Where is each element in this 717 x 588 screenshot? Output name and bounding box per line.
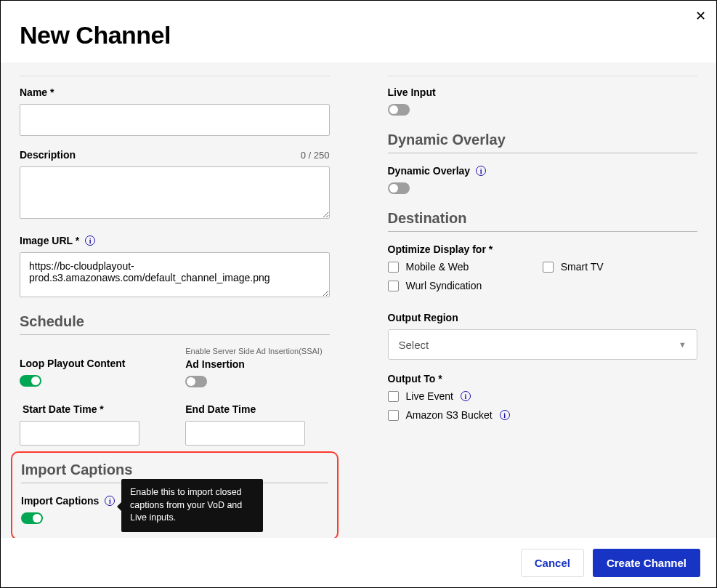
import-captions-highlight: Import Captions Import Captions i Enable…	[11, 451, 339, 540]
checkbox-icon	[388, 281, 399, 291]
loop-playout-toggle[interactable]	[20, 375, 41, 387]
description-field-group: Description 0 / 250	[20, 149, 330, 222]
info-icon[interactable]: i	[476, 166, 486, 176]
optimize-smarttv-option[interactable]: Smart TV	[543, 261, 697, 273]
checkbox-icon	[388, 410, 399, 421]
import-captions-label: Import Captions	[21, 495, 99, 507]
create-channel-button[interactable]: Create Channel	[593, 549, 700, 577]
modal-footer: Cancel Create Channel	[1, 538, 716, 587]
image-url-label: Image URL * i	[20, 235, 330, 246]
output-region-group: Output Region Select ▼	[388, 312, 698, 360]
dynamic-overlay-group: Dynamic Overlay i	[388, 165, 698, 197]
ssai-helper-text: Enable Server Side Ad Insertion(SSAI)	[185, 347, 329, 355]
modal-title: New Channel	[20, 21, 697, 49]
optimize-label: Optimize Display for *	[388, 243, 698, 255]
live-input-toggle[interactable]	[388, 104, 410, 116]
destination-heading: Destination	[388, 210, 698, 227]
modal-body: Name * Description 0 / 250 Image URL * i…	[1, 63, 716, 540]
import-captions-toggle[interactable]	[21, 512, 43, 524]
checkbox-icon	[388, 262, 399, 273]
import-captions-tooltip: Enable this to import closed captions fr…	[121, 479, 263, 532]
end-date-group: End Date Time	[185, 403, 329, 446]
divider	[388, 231, 698, 232]
start-date-group: Start Date Time *	[20, 403, 163, 446]
name-input[interactable]	[20, 104, 330, 136]
output-live-event-option[interactable]: Live Event i	[388, 390, 698, 402]
optimize-wurl-option[interactable]: Wurl Syndication	[388, 280, 543, 291]
description-counter: 0 / 250	[301, 150, 330, 161]
info-icon[interactable]: i	[500, 410, 510, 420]
info-icon[interactable]: i	[85, 235, 95, 246]
loop-playout-group: Loop Playout Content	[20, 347, 163, 390]
ad-insertion-label: Ad Insertion	[185, 358, 329, 370]
image-url-label-text: Image URL *	[20, 235, 79, 246]
info-icon[interactable]: i	[105, 496, 115, 506]
divider	[388, 153, 698, 153]
close-icon[interactable]: ✕	[695, 9, 706, 23]
end-date-input[interactable]	[185, 421, 305, 446]
description-label: Description 0 / 250	[20, 149, 330, 161]
name-label: Name *	[20, 86, 330, 98]
start-date-input[interactable]	[20, 421, 139, 446]
optimize-smarttv-label: Smart TV	[561, 261, 604, 273]
divider	[20, 76, 330, 76]
output-live-event-label: Live Event	[406, 390, 453, 402]
output-to-group: Output To * Live Event i Amazon S3 Bucke…	[388, 373, 698, 421]
chevron-down-icon: ▼	[678, 340, 686, 349]
description-textarea[interactable]	[20, 166, 330, 219]
cancel-button[interactable]: Cancel	[521, 549, 584, 577]
image-url-field-group: Image URL * i	[20, 235, 330, 300]
dynamic-overlay-toggle[interactable]	[388, 182, 410, 194]
modal-header: New Channel	[1, 1, 716, 63]
description-label-text: Description	[20, 149, 76, 161]
start-date-label: Start Date Time *	[20, 403, 163, 415]
output-region-label: Output Region	[388, 312, 698, 323]
optimize-mobile-web-option[interactable]: Mobile & Web	[388, 261, 543, 273]
name-field-group: Name *	[20, 86, 330, 136]
output-s3-label: Amazon S3 Bucket	[406, 409, 493, 421]
output-s3-option[interactable]: Amazon S3 Bucket i	[388, 409, 698, 421]
ad-insertion-toggle[interactable]	[185, 376, 207, 387]
optimize-group: Optimize Display for * Mobile & Web Smar…	[388, 243, 698, 299]
output-region-select[interactable]: Select ▼	[388, 329, 698, 360]
output-region-placeholder: Select	[399, 339, 429, 351]
divider	[388, 76, 698, 76]
schedule-heading: Schedule	[20, 313, 330, 330]
right-column: Live Input Dynamic Overlay Dynamic Overl…	[359, 63, 698, 540]
new-channel-modal: ✕ New Channel Name * Description 0 / 250…	[0, 0, 717, 588]
ad-insertion-group: Enable Server Side Ad Insertion(SSAI) Ad…	[185, 347, 329, 390]
dynamic-overlay-heading: Dynamic Overlay	[388, 132, 698, 148]
divider	[20, 334, 330, 335]
checkbox-icon	[388, 391, 399, 402]
end-date-label: End Date Time	[185, 403, 329, 415]
left-column: Name * Description 0 / 250 Image URL * i…	[20, 63, 359, 540]
dynamic-overlay-label-row: Dynamic Overlay i	[388, 165, 698, 177]
live-input-group: Live Input	[388, 86, 698, 118]
optimize-mobile-web-label: Mobile & Web	[406, 261, 469, 273]
info-icon[interactable]: i	[461, 391, 471, 401]
live-input-label: Live Input	[388, 86, 698, 98]
checkbox-icon	[543, 262, 554, 273]
output-to-label: Output To *	[388, 373, 698, 384]
optimize-wurl-label: Wurl Syndication	[406, 280, 482, 291]
image-url-input[interactable]	[20, 252, 330, 297]
dynamic-overlay-label: Dynamic Overlay	[388, 165, 471, 177]
import-captions-heading: Import Captions	[21, 462, 328, 478]
loop-playout-label: Loop Playout Content	[20, 358, 163, 369]
